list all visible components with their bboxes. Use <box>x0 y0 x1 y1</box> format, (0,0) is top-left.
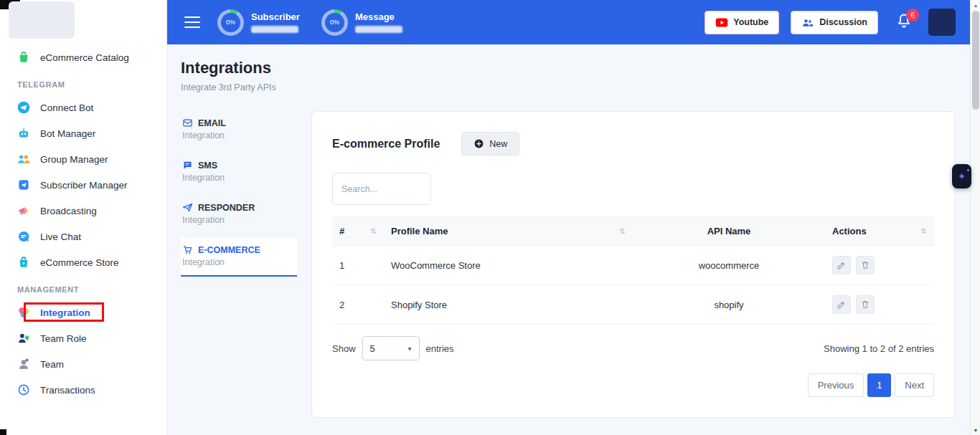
chevron-down-icon: ▾ <box>408 345 412 353</box>
subnav-item-responder[interactable]: RESPONDER Integration <box>181 196 297 234</box>
row-num: 1 <box>332 246 384 285</box>
sidebar-item-broadcasting[interactable]: Broadcasting <box>0 198 166 224</box>
discussion-icon <box>801 17 814 28</box>
header-actions[interactable]: Actions⇅ <box>825 217 934 246</box>
subscriber-progress-ring: 0% <box>217 9 244 36</box>
sidebar-item-connect-bot[interactable]: Connect Bot <box>0 95 166 120</box>
sidebar-item-subscriber-manager[interactable]: Subscriber Manager <box>0 172 166 198</box>
new-button-label: New <box>489 139 507 149</box>
scrollbar-thumb[interactable] <box>972 11 979 110</box>
youtube-icon <box>715 17 728 28</box>
transactions-icon <box>17 383 31 397</box>
delete-button[interactable] <box>856 295 875 314</box>
card-title: E-commerce Profile <box>332 138 440 150</box>
edit-pencil-icon <box>837 260 847 270</box>
user-avatar[interactable] <box>928 9 956 36</box>
entries-select-value: 5 <box>370 343 375 354</box>
sidebar-item-ecommerce-store[interactable]: eCommerce Store <box>0 249 166 275</box>
entries-label: entries <box>426 343 454 354</box>
main-column: 0% Subscriber 0% Message <box>167 0 970 435</box>
subnav-item-subtitle: Integration <box>182 215 290 225</box>
search-input[interactable] <box>332 173 431 205</box>
store-bag-icon <box>17 255 31 269</box>
subnav-item-email[interactable]: EMAIL Integration <box>181 111 297 150</box>
table-row: 2 Shopify Store shopify <box>332 285 934 325</box>
sidebar-section-management: MANAGEMENT <box>0 275 166 300</box>
sidebar-item-label: Connect Bot <box>40 102 93 113</box>
integration-icon <box>17 305 31 320</box>
header-num[interactable]: #⇅ <box>332 217 384 246</box>
cart-icon <box>182 244 193 255</box>
trash-icon <box>860 260 870 270</box>
logo-area <box>0 0 166 44</box>
sidebar-item-group-manager[interactable]: Group Manager <box>0 146 166 172</box>
ai-assistant-fab[interactable]: ✦✦ <box>952 164 971 188</box>
sidebar-item-label: Transactions <box>40 385 95 396</box>
youtube-button[interactable]: Youtube <box>705 11 779 34</box>
discussion-button[interactable]: Discussion <box>791 11 878 34</box>
app-logo <box>9 1 75 39</box>
chat-bubble-icon <box>17 229 31 244</box>
sidebar-item-team[interactable]: Team <box>0 351 166 377</box>
subnav-item-subtitle: Integration <box>182 130 290 140</box>
subscriber-label: Subscriber <box>251 11 300 22</box>
app-root: eCommerce Catalog TELEGRAM Connect Bot B… <box>0 0 970 435</box>
sidebar-item-team-role[interactable]: Team Role <box>0 325 166 351</box>
subnav-item-ecommerce[interactable]: E-COMMERCE Integration <box>181 238 297 277</box>
sort-icon[interactable]: ⇅ <box>620 227 626 235</box>
delete-button[interactable] <box>856 256 875 274</box>
row-api-name: shopify <box>633 285 825 325</box>
sparkle-icon: ✦✦ <box>958 171 966 181</box>
edit-button[interactable] <box>832 256 851 274</box>
sidebar-section-telegram: TELEGRAM <box>0 70 166 95</box>
plus-circle-icon <box>473 138 484 149</box>
page-1-button[interactable]: 1 <box>867 373 891 397</box>
subnav-item-title: SMS <box>198 161 217 171</box>
subnav-item-subtitle: Integration <box>182 257 290 267</box>
sidebar-item-label: Subscriber Manager <box>40 180 128 191</box>
message-redacted-value <box>355 26 402 33</box>
previous-page-button[interactable]: Previous <box>808 373 864 397</box>
hamburger-menu-icon[interactable] <box>184 16 200 28</box>
sidebar-item-label: Team Role <box>40 333 87 344</box>
next-page-button[interactable]: Next <box>895 373 934 397</box>
sidebar-item-label: Live Chat <box>40 231 81 242</box>
new-profile-button[interactable]: New <box>461 132 519 156</box>
users-group-icon <box>17 152 31 166</box>
sort-icon[interactable]: ⇅ <box>921 227 927 235</box>
sidebar-item-transactions[interactable]: Transactions <box>0 377 166 403</box>
sidebar: eCommerce Catalog TELEGRAM Connect Bot B… <box>0 0 167 435</box>
profiles-table: #⇅ Profile Name⇅ API Name Actions⇅ <box>332 216 934 325</box>
entries-per-page: Show 5 ▾ entries <box>332 336 454 360</box>
header-api-name[interactable]: API Name <box>633 217 825 246</box>
megaphone-icon <box>17 204 31 218</box>
sidebar-item-ecommerce-catalog[interactable]: eCommerce Catalog <box>0 44 166 70</box>
header-profile-name[interactable]: Profile Name⇅ <box>384 217 633 246</box>
show-label: Show <box>332 343 356 354</box>
sidebar-item-bot-manager[interactable]: Bot Manager <box>0 120 166 146</box>
scrollbar-down-arrow[interactable]: ▼ <box>971 425 980 435</box>
sidebar-item-label: Bot Manager <box>40 128 95 139</box>
page-title: Integrations <box>181 59 955 77</box>
subnav-item-title: RESPONDER <box>198 203 255 213</box>
notifications-bell[interactable]: 6 <box>895 12 913 32</box>
team-role-icon <box>17 331 31 345</box>
edit-button[interactable] <box>832 295 851 314</box>
integration-subnav: EMAIL Integration SMS Integration <box>181 111 297 280</box>
pagination: Previous 1 Next <box>332 373 934 397</box>
scrollbar-up-arrow[interactable]: ▲ <box>971 0 980 10</box>
topbar: 0% Subscriber 0% Message <box>167 0 970 44</box>
vertical-scrollbar[interactable]: ▲ ▼ <box>970 0 980 435</box>
sidebar-item-label: Integration <box>40 307 90 318</box>
sidebar-item-integration[interactable]: Integration <box>0 300 166 325</box>
subnav-item-sms[interactable]: SMS Integration <box>181 153 297 192</box>
sort-icon[interactable]: ⇅ <box>371 227 377 235</box>
discussion-button-label: Discussion <box>819 17 867 27</box>
page-subtitle: Integrate 3rd Party APIs <box>181 82 955 92</box>
sidebar-item-label: Team <box>40 359 64 370</box>
entries-select[interactable]: 5 ▾ <box>362 336 420 360</box>
message-label: Message <box>355 11 402 22</box>
sidebar-item-live-chat[interactable]: Live Chat <box>0 224 166 249</box>
notification-count-badge: 6 <box>906 9 919 21</box>
telegram-icon <box>17 100 31 115</box>
